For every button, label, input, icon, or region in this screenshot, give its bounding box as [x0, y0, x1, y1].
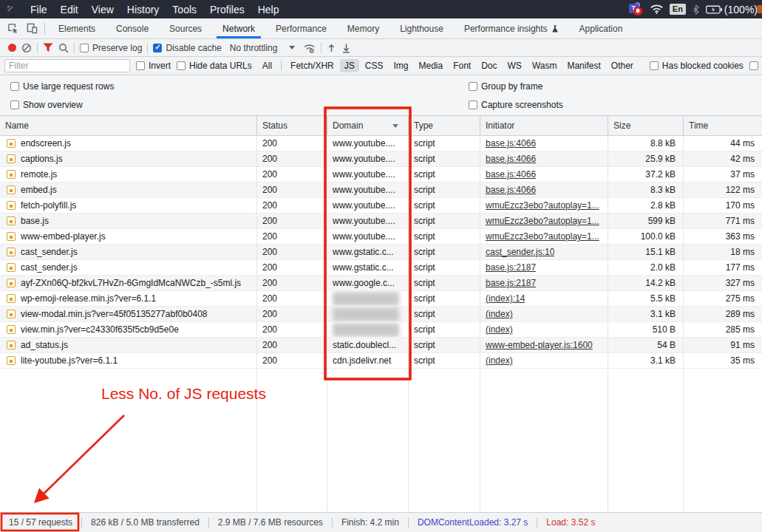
- filter-input[interactable]: [4, 59, 130, 72]
- disable-cache-checkbox[interactable]: Disable cache: [153, 43, 221, 53]
- request-row[interactable]: ad_status.js 200 static.doublecl... scri…: [0, 338, 762, 353]
- tab-application[interactable]: Application: [569, 18, 633, 38]
- type-filter-all[interactable]: All: [258, 59, 276, 72]
- column-header-type[interactable]: Type: [409, 116, 480, 135]
- search-icon[interactable]: [58, 43, 69, 53]
- type-filter-ws[interactable]: WS: [503, 59, 526, 72]
- tab-lighthouse[interactable]: Lighthouse: [389, 18, 454, 38]
- column-header-time[interactable]: Time: [684, 116, 762, 135]
- tab-console[interactable]: Console: [106, 18, 159, 38]
- initiator-link[interactable]: base.js:2187: [486, 262, 536, 273]
- menu-history[interactable]: History: [120, 4, 166, 16]
- initiator-link[interactable]: (index): [486, 309, 513, 319]
- column-header-status[interactable]: Status: [257, 116, 327, 135]
- menu-profiles[interactable]: Profiles: [203, 4, 251, 16]
- request-name[interactable]: endscreen.js: [21, 138, 71, 149]
- request-name[interactable]: base.js: [21, 216, 49, 226]
- import-har-icon[interactable]: [327, 43, 336, 53]
- tab-performance[interactable]: Performance: [265, 18, 337, 38]
- type-filter-manifest[interactable]: Manifest: [562, 59, 605, 72]
- wifi-icon[interactable]: [650, 4, 663, 14]
- initiator-link[interactable]: base.js:4066: [486, 169, 536, 180]
- request-name[interactable]: lite-youtube.js?ver=6.1.1: [21, 355, 118, 366]
- clear-button[interactable]: [21, 43, 32, 53]
- initiator-link[interactable]: wmuEzcz3ebo?autoplay=1...: [486, 231, 599, 242]
- menu-tools[interactable]: Tools: [166, 4, 203, 16]
- notification-bell-icon[interactable]: T: [629, 3, 644, 16]
- request-name[interactable]: wp-emoji-release.min.js?ver=6.1.1: [21, 293, 156, 304]
- initiator-link[interactable]: base.js:4066: [486, 138, 536, 149]
- tab-memory[interactable]: Memory: [337, 18, 389, 38]
- initiator-link[interactable]: base.js:4066: [486, 154, 536, 164]
- request-row[interactable]: cast_sender.js 200 www.gstatic.c... scri…: [0, 245, 762, 260]
- initiator-link[interactable]: (index): [486, 324, 513, 335]
- menu-view[interactable]: View: [85, 4, 120, 16]
- request-name[interactable]: captions.js: [21, 154, 63, 164]
- checkbox-unchecked[interactable]: [650, 61, 659, 70]
- initiator-link[interactable]: (index):14: [486, 293, 525, 304]
- preserve-log-checkbox[interactable]: Preserve log: [80, 43, 142, 53]
- initiator-link[interactable]: base.js:2187: [486, 278, 536, 288]
- tab-network[interactable]: Network: [212, 18, 265, 38]
- request-name[interactable]: remote.js: [21, 169, 57, 180]
- checkbox-unchecked[interactable]: [177, 61, 186, 70]
- request-name[interactable]: cast_sender.js: [21, 262, 78, 273]
- filter-toggle-icon[interactable]: [43, 43, 53, 52]
- request-row[interactable]: www-embed-player.js 200 www.youtube.... …: [0, 229, 762, 245]
- type-filter-img[interactable]: Img: [389, 59, 412, 72]
- invert-checkbox[interactable]: Invert: [136, 61, 171, 71]
- column-header-initiator[interactable]: Initiator: [480, 116, 608, 135]
- inspect-element-icon[interactable]: [3, 18, 22, 38]
- initiator-link[interactable]: wmuEzcz3ebo?autoplay=1...: [486, 216, 599, 226]
- initiator-link[interactable]: (index): [486, 355, 513, 366]
- menu-help[interactable]: Help: [251, 4, 286, 16]
- capture-screenshots-checkbox[interactable]: Capture screenshots: [469, 100, 762, 110]
- menu-edit[interactable]: Edit: [54, 4, 85, 16]
- initiator-link[interactable]: cast_sender.js:10: [486, 247, 554, 257]
- type-filter-fetch-xhr[interactable]: Fetch/XHR: [286, 59, 339, 72]
- request-row[interactable]: view.min.js?ver=c24330f635f5cb9d5e0e 200…: [0, 322, 762, 338]
- request-name[interactable]: www-embed-player.js: [21, 231, 106, 242]
- checkbox-unchecked[interactable]: [10, 100, 19, 109]
- keyboard-layout-indicator[interactable]: En: [670, 4, 686, 15]
- group-by-frame-checkbox[interactable]: Group by frame: [469, 81, 762, 92]
- request-row[interactable]: lite-youtube.js?ver=6.1.1 200 cdn.jsdeli…: [0, 353, 762, 369]
- type-filter-font[interactable]: Font: [449, 59, 475, 72]
- request-row[interactable]: fetch-polyfill.js 200 www.youtube.... sc…: [0, 198, 762, 214]
- request-row[interactable]: endscreen.js 200 www.youtube.... script …: [0, 136, 762, 151]
- request-row[interactable]: view-modal.min.js?ver=45f05135277abf0b04…: [0, 307, 762, 322]
- type-filter-media[interactable]: Media: [414, 59, 447, 72]
- checkbox-unchecked[interactable]: [749, 61, 758, 70]
- checkbox-unchecked[interactable]: [80, 44, 89, 52]
- blocked-requests-checkbox[interactable]: Blocked Re: [749, 61, 762, 71]
- has-blocked-cookies-checkbox[interactable]: Has blocked cookies: [650, 61, 744, 71]
- request-row[interactable]: ayf-ZXn06Q-bf2kvL7HvZn-6GmgIdMcaNWCzb_-s…: [0, 276, 762, 291]
- checkbox-unchecked[interactable]: [469, 82, 477, 91]
- request-name[interactable]: cast_sender.js: [21, 247, 78, 257]
- column-header-size[interactable]: Size: [608, 116, 684, 135]
- throttling-select[interactable]: No throttling: [230, 43, 296, 53]
- initiator-link[interactable]: wmuEzcz3ebo?autoplay=1...: [486, 200, 599, 211]
- column-header-domain[interactable]: Domain: [327, 116, 409, 135]
- request-name[interactable]: view.min.js?ver=c24330f635f5cb9d5e0e: [21, 324, 179, 335]
- tab-elements[interactable]: Elements: [48, 18, 106, 38]
- type-filter-css[interactable]: CSS: [361, 59, 388, 72]
- checkbox-checked[interactable]: [153, 44, 162, 52]
- record-button[interactable]: [8, 44, 16, 52]
- type-filter-doc[interactable]: Doc: [477, 59, 501, 72]
- request-name[interactable]: ayf-ZXn06Q-bf2kvL7HvZn-6GmgIdMcaNWCzb_-s…: [21, 278, 241, 288]
- column-header-name[interactable]: Name: [0, 116, 257, 135]
- initiator-link[interactable]: base.js:4066: [486, 185, 536, 195]
- checkbox-unchecked[interactable]: [469, 100, 477, 109]
- request-row[interactable]: remote.js 200 www.youtube.... script bas…: [0, 167, 762, 183]
- export-har-icon[interactable]: [341, 43, 351, 53]
- request-name[interactable]: ad_status.js: [21, 340, 68, 350]
- checkbox-unchecked[interactable]: [136, 61, 145, 70]
- request-row[interactable]: embed.js 200 www.youtube.... script base…: [0, 183, 762, 198]
- menu-file[interactable]: File: [24, 4, 54, 16]
- type-filter-other[interactable]: Other: [607, 59, 638, 72]
- network-conditions-icon[interactable]: [303, 43, 316, 53]
- request-name[interactable]: view-modal.min.js?ver=45f05135277abf0b04…: [21, 309, 208, 319]
- request-row[interactable]: wp-emoji-release.min.js?ver=6.1.1 200 sc…: [0, 291, 762, 307]
- hide-data-urls-checkbox[interactable]: Hide data URLs: [177, 61, 252, 71]
